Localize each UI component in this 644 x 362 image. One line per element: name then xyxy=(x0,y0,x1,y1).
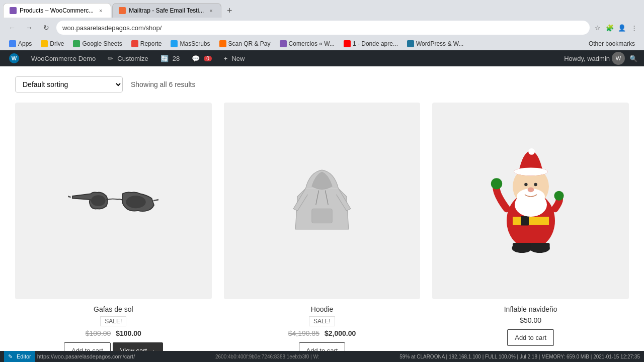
comercios-bookmark-icon xyxy=(280,40,287,47)
tab-woo-title: Products – WooCommerc... xyxy=(20,7,94,14)
original-price-gafas: $100.00 xyxy=(86,329,111,337)
bookmark-reporte-label: Reporte xyxy=(140,40,162,47)
wp-admin-right: Howdy, wadmin W 🔍 xyxy=(564,52,640,65)
tab-bar: Products – WooCommerc... × Mailtrap - Sa… xyxy=(0,0,644,18)
editor-button[interactable]: ✎ Editor xyxy=(4,351,35,362)
wp-new-label: New xyxy=(231,55,245,62)
forward-button[interactable]: → xyxy=(22,21,36,35)
reload-button[interactable]: ↻ xyxy=(39,21,53,35)
bookmark-reporte[interactable]: Reporte xyxy=(127,39,166,48)
tab-mail[interactable]: Mailtrap - Safe Email Testi... × xyxy=(112,3,221,18)
mail-favicon xyxy=(119,7,126,14)
wp-customize-label: Customize xyxy=(117,55,148,62)
wp-logo-item[interactable]: W xyxy=(4,50,24,66)
wp-site-name-label: WooCommerce Demo xyxy=(31,55,96,62)
results-text: Showing all 6 results xyxy=(131,80,195,88)
status-right: 59% at CLAROONA | 192.168.1.100 | FULL 1… xyxy=(399,354,640,359)
bookmark-wp-label: WordPress & W... xyxy=(416,40,463,47)
bookmark-yt-label: 1 - Donde apre... xyxy=(353,40,398,47)
sheets-bookmark-icon xyxy=(73,40,80,47)
wp-bookmark-icon xyxy=(407,40,414,47)
santa-svg xyxy=(491,145,571,256)
svg-rect-7 xyxy=(521,216,529,226)
sale-badge-gafas: SALE! xyxy=(100,316,126,326)
product-price-hoodie: $4,190.85 $2,000.00 xyxy=(288,329,356,337)
product-name-inflable[interactable]: Inflable navideño xyxy=(504,305,557,313)
bookmark-drive[interactable]: Drive xyxy=(37,39,68,48)
product-name-hoodie[interactable]: Hoodie xyxy=(311,305,333,313)
sunglasses-svg xyxy=(68,180,158,221)
main-content: Default sorting Sort by popularity Sort … xyxy=(0,66,644,352)
sort-select[interactable]: Default sorting Sort by popularity Sort … xyxy=(15,76,123,93)
bookmark-masscrubs-label: MasScrubs xyxy=(180,40,210,47)
menu-icon[interactable]: ⋮ xyxy=(629,23,639,33)
sale-price-hoodie: $2,000.00 xyxy=(325,329,356,337)
bookmark-masscrubs[interactable]: MasScrubs xyxy=(167,39,214,48)
add-to-cart-inflable[interactable]: Add to cart xyxy=(507,329,554,346)
wp-updates-item[interactable]: 🔄 28 xyxy=(155,50,185,66)
editor-label: Editor xyxy=(17,353,31,359)
bookmark-comercios[interactable]: Comercios « W... xyxy=(276,39,339,48)
woo-favicon xyxy=(10,7,17,14)
status-stats: 59% at CLAROONA | 192.168.1.100 | FULL 1… xyxy=(399,354,640,359)
wp-search-icon[interactable]: 🔍 xyxy=(627,52,640,65)
profile-icon[interactable]: 👤 xyxy=(617,23,627,33)
bookmark-scan[interactable]: Scan QR & Pay xyxy=(215,39,275,48)
browser-chrome: Products – WooCommerc... × Mailtrap - Sa… xyxy=(0,0,644,66)
masscrubs-bookmark-icon xyxy=(171,40,178,47)
bookmark-yt[interactable]: 1 - Donde apre... xyxy=(340,39,402,48)
extension-icon[interactable]: 🧩 xyxy=(605,23,615,33)
tab-woo-close[interactable]: × xyxy=(97,7,105,15)
status-hex: 2600:4b0:400f:9b0e:7246:8388:1eeb:b3f0 |… xyxy=(137,354,397,359)
svg-rect-6 xyxy=(513,217,549,225)
svg-point-0 xyxy=(91,196,106,207)
bookmark-sheets-label: Google Sheets xyxy=(82,40,122,47)
price-inflable: $50.00 xyxy=(520,316,541,324)
wp-comments-item[interactable]: 💬 0 xyxy=(187,50,217,66)
address-right: ☆ 🧩 👤 ⋮ xyxy=(593,23,639,33)
tab-mail-close[interactable]: × xyxy=(207,7,215,15)
bookmark-apps[interactable]: Apps xyxy=(5,39,36,48)
products-grid: Gafas de sol SALE! $100.00 $100.00 Add t… xyxy=(15,103,629,352)
wp-admin-bar: W WooCommerce Demo ✏ Customize 🔄 28 💬 0 … xyxy=(0,50,644,66)
yt-bookmark-icon xyxy=(344,40,351,47)
wp-customize-item[interactable]: ✏ Customize xyxy=(103,50,153,66)
product-image-inflable[interactable] xyxy=(432,103,629,299)
bookmark-scan-label: Scan QR & Pay xyxy=(228,40,271,47)
svg-point-15 xyxy=(534,183,537,186)
new-tab-button[interactable]: + xyxy=(222,4,236,18)
product-name-gafas[interactable]: Gafas de sol xyxy=(94,305,133,313)
product-card-gafas: Gafas de sol SALE! $100.00 $100.00 Add t… xyxy=(15,103,212,352)
svg-point-16 xyxy=(527,188,534,193)
svg-point-17 xyxy=(491,178,502,190)
bookmark-comercios-label: Comercios « W... xyxy=(289,40,335,47)
product-image-hoodie[interactable] xyxy=(224,103,421,299)
product-image-gafas[interactable] xyxy=(15,103,212,299)
wp-new-item[interactable]: + New xyxy=(219,50,250,66)
wp-logo-icon: W xyxy=(9,53,19,63)
bookmark-sheets[interactable]: Google Sheets xyxy=(69,39,126,48)
status-bar: ✎ Editor https://woo.pasarelasdepagos.co… xyxy=(0,351,644,362)
bookmarks-bar: Apps Drive Google Sheets Reporte MasScru… xyxy=(0,38,644,50)
wp-site-name-item[interactable]: WooCommerce Demo xyxy=(26,50,101,66)
svg-rect-21 xyxy=(513,243,532,250)
bookmark-wp[interactable]: WordPress & W... xyxy=(403,39,467,48)
sale-price-gafas: $100.00 xyxy=(116,329,141,337)
svg-point-18 xyxy=(554,191,564,201)
svg-rect-2 xyxy=(312,209,333,223)
svg-point-12 xyxy=(514,168,547,176)
other-bookmarks[interactable]: Other bookmarks xyxy=(585,39,639,48)
product-buttons-inflable: Add to cart xyxy=(507,329,554,346)
bookmark-apps-label: Apps xyxy=(18,40,32,47)
shop-controls: Default sorting Sort by popularity Sort … xyxy=(15,76,629,93)
address-bar: ← → ↻ ☆ 🧩 👤 ⋮ xyxy=(0,18,644,38)
star-icon[interactable]: ☆ xyxy=(593,23,603,33)
editor-wp-icon: ✎ xyxy=(8,353,13,360)
product-card-inflable: Inflable navideño $50.00 Add to cart xyxy=(432,103,629,352)
tab-woo[interactable]: Products – WooCommerc... × xyxy=(3,3,111,18)
svg-point-13 xyxy=(528,148,535,155)
sale-badge-hoodie: SALE! xyxy=(309,316,335,326)
address-input[interactable] xyxy=(56,21,590,35)
back-button[interactable]: ← xyxy=(5,21,19,35)
admin-avatar[interactable]: W xyxy=(612,52,625,65)
